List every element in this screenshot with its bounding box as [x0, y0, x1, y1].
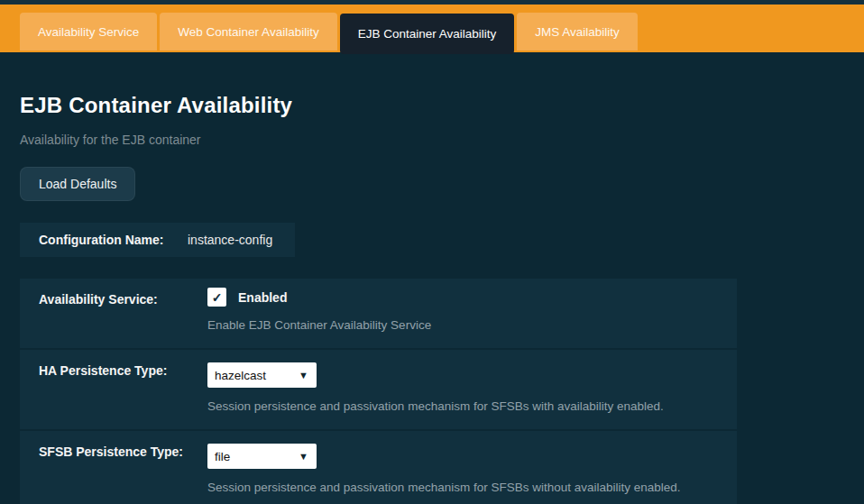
enabled-label: Enabled: [238, 290, 287, 305]
tab-jms-availability[interactable]: JMS Availability: [517, 13, 638, 50]
sfsb-persistence-type-select[interactable]: file ▼: [207, 444, 317, 469]
availability-form: Availability Service: ✓ Enabled Enable E…: [20, 279, 737, 504]
check-icon: ✓: [212, 290, 223, 305]
page-title: EJB Container Availability: [20, 93, 844, 118]
sfsb-persistence-type-label: SFSB Persistence Type:: [39, 444, 183, 459]
main-content: EJB Container Availability Availability …: [0, 93, 864, 504]
sfsb-persistence-type-help: Session persistence and passivation mech…: [207, 481, 728, 494]
sfsb-persistence-type-value: file: [215, 450, 230, 463]
tab-ejb-container-availability[interactable]: EJB Container Availability: [340, 14, 515, 54]
page-subtitle: Availability for the EJB container: [20, 133, 844, 147]
chevron-down-icon: ▼: [299, 451, 308, 462]
availability-service-label: Availability Service:: [39, 292, 158, 307]
ha-persistence-type-value: hazelcast: [215, 369, 266, 382]
chevron-down-icon: ▼: [299, 370, 308, 380]
configuration-name-label: Configuration Name:: [39, 233, 188, 247]
tab-bar: Availability Service Web Container Avail…: [0, 5, 864, 52]
availability-service-row: Availability Service: ✓ Enabled Enable E…: [20, 279, 737, 350]
configuration-name-value: instance-config: [188, 233, 272, 247]
ha-persistence-type-row: HA Persistence Type: hazelcast ▼ Session…: [20, 350, 737, 431]
sfsb-persistence-type-row: SFSB Persistence Type: file ▼ Session pe…: [20, 431, 737, 504]
availability-service-checkbox[interactable]: ✓: [207, 288, 226, 307]
configuration-name-panel: Configuration Name: instance-config: [20, 223, 295, 257]
tab-web-container-availability[interactable]: Web Container Availability: [160, 13, 336, 50]
ha-persistence-type-label: HA Persistence Type:: [39, 363, 167, 378]
load-defaults-button[interactable]: Load Defaults: [20, 167, 135, 201]
availability-service-help: Enable EJB Container Availability Servic…: [207, 318, 728, 332]
ha-persistence-type-help: Session persistence and passivation mech…: [207, 399, 728, 413]
tab-availability-service[interactable]: Availability Service: [20, 13, 157, 50]
ha-persistence-type-select[interactable]: hazelcast ▼: [207, 362, 317, 388]
